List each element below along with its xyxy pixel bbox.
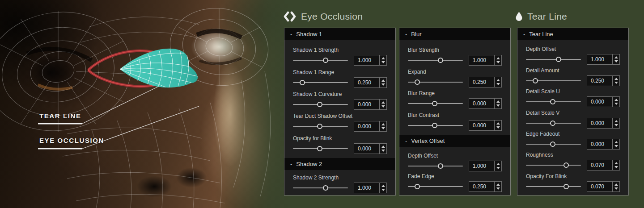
slider-knob[interactable]	[432, 101, 437, 106]
collapse-indicator[interactable]: -	[405, 31, 407, 37]
slider-track[interactable]	[526, 78, 581, 83]
value-text[interactable]: 0.000	[469, 99, 494, 108]
value-text[interactable]: 1.000	[587, 54, 612, 64]
slider-track[interactable]	[526, 141, 581, 147]
spinner-up-icon[interactable]	[614, 162, 618, 164]
spinner-down-icon[interactable]	[381, 150, 385, 152]
spinner-up-icon[interactable]	[614, 183, 618, 186]
slider-knob[interactable]	[323, 58, 328, 63]
group-header[interactable]: - Tear Line	[517, 28, 628, 40]
spinner-up-icon[interactable]	[614, 56, 618, 58]
slider-track[interactable]	[408, 123, 463, 128]
slider-knob[interactable]	[550, 141, 555, 147]
slider-knob[interactable]	[317, 102, 322, 107]
spinner-down-icon[interactable]	[381, 189, 385, 191]
spinner-up-icon[interactable]	[496, 79, 500, 81]
slider-track[interactable]	[293, 102, 348, 107]
value-text[interactable]: 0.250	[469, 182, 494, 191]
spinner-up-icon[interactable]	[381, 123, 385, 125]
slider-knob[interactable]	[415, 184, 420, 189]
spinner-down-icon[interactable]	[614, 82, 618, 84]
slider-knob[interactable]	[432, 123, 437, 128]
spinner-down-icon[interactable]	[496, 61, 500, 63]
group-header[interactable]: - Vertex Offset	[399, 135, 510, 147]
spinner-up-icon[interactable]	[496, 163, 500, 165]
slider-knob[interactable]	[317, 124, 322, 129]
value-text[interactable]: 0.070	[587, 182, 612, 191]
slider-track[interactable]	[526, 57, 581, 62]
spinner-up-icon[interactable]	[496, 100, 500, 103]
value-text[interactable]: 0.000	[587, 139, 612, 149]
slider-knob[interactable]	[415, 79, 420, 85]
collapse-indicator[interactable]: -	[523, 31, 525, 37]
value-text[interactable]: 0.000	[354, 121, 379, 131]
spinner-up-icon[interactable]	[381, 79, 385, 82]
slider-track[interactable]	[408, 79, 463, 85]
value-text[interactable]: 0.000	[587, 118, 612, 128]
slider-knob[interactable]	[550, 99, 555, 104]
spinner-down-icon[interactable]	[614, 60, 618, 62]
value-text[interactable]: 0.000	[354, 144, 379, 154]
spinner-up-icon[interactable]	[496, 122, 500, 125]
value-text[interactable]: 0.000	[587, 97, 612, 107]
slider-knob[interactable]	[323, 185, 328, 191]
value-text[interactable]: 0.250	[587, 76, 612, 86]
spinner-down-icon[interactable]	[496, 104, 500, 107]
group-header[interactable]: - Shadow 1	[284, 28, 395, 40]
spinner-down-icon[interactable]	[614, 145, 618, 147]
spinner-up-icon[interactable]	[614, 141, 618, 143]
spinner-down-icon[interactable]	[496, 187, 500, 190]
spinner-down-icon[interactable]	[614, 124, 618, 126]
group-header[interactable]: - Shadow 2	[284, 158, 395, 170]
spinner-down-icon[interactable]	[496, 126, 500, 129]
slider-track[interactable]	[293, 185, 348, 191]
value-text[interactable]: 0.000	[354, 100, 379, 109]
spinner-down-icon[interactable]	[496, 167, 500, 169]
spinner-up-icon[interactable]	[614, 99, 618, 101]
spinner-down-icon[interactable]	[381, 83, 385, 86]
slider-knob[interactable]	[438, 58, 443, 63]
spinner-down-icon[interactable]	[614, 103, 618, 105]
spinner-up-icon[interactable]	[614, 78, 618, 80]
slider-knob[interactable]	[564, 184, 569, 189]
slider-track[interactable]	[293, 146, 348, 151]
spinner-down-icon[interactable]	[496, 83, 500, 85]
slider-knob[interactable]	[550, 121, 555, 126]
value-text[interactable]: 0.000	[469, 121, 494, 130]
spinner-up-icon[interactable]	[496, 183, 500, 186]
collapse-indicator[interactable]: -	[290, 161, 292, 167]
value-text[interactable]: 0.250	[354, 78, 379, 87]
value-text[interactable]: 1.000	[469, 161, 494, 171]
slider-track[interactable]	[293, 58, 348, 63]
collapse-indicator[interactable]: -	[290, 31, 292, 37]
slider-track[interactable]	[408, 101, 463, 106]
slider-track[interactable]	[408, 58, 463, 63]
slider-track[interactable]	[408, 184, 463, 189]
slider-knob[interactable]	[556, 57, 561, 62]
spinner-up-icon[interactable]	[496, 57, 500, 59]
value-text[interactable]: 1.000	[354, 183, 379, 193]
spinner-down-icon[interactable]	[614, 187, 618, 190]
slider-track[interactable]	[526, 99, 581, 104]
spinner-up-icon[interactable]	[381, 57, 385, 59]
spinner-up-icon[interactable]	[381, 185, 385, 187]
spinner-up-icon[interactable]	[381, 146, 385, 148]
value-text[interactable]: 1.000	[469, 55, 494, 65]
slider-knob[interactable]	[533, 78, 538, 83]
spinner-down-icon[interactable]	[381, 127, 385, 129]
slider-track[interactable]	[293, 124, 348, 129]
slider-knob[interactable]	[438, 163, 443, 169]
slider-track[interactable]	[526, 184, 581, 189]
spinner-down-icon[interactable]	[381, 61, 385, 63]
slider-knob[interactable]	[317, 146, 322, 151]
value-text[interactable]: 0.070	[587, 160, 612, 170]
spinner-down-icon[interactable]	[614, 166, 618, 168]
spinner-up-icon[interactable]	[381, 101, 385, 104]
value-text[interactable]: 1.000	[354, 55, 379, 65]
slider-track[interactable]	[408, 163, 463, 169]
spinner-down-icon[interactable]	[381, 105, 385, 108]
group-header[interactable]: - Blur	[399, 28, 510, 40]
slider-track[interactable]	[293, 80, 348, 85]
slider-knob[interactable]	[300, 80, 305, 85]
slider-knob[interactable]	[564, 162, 569, 168]
